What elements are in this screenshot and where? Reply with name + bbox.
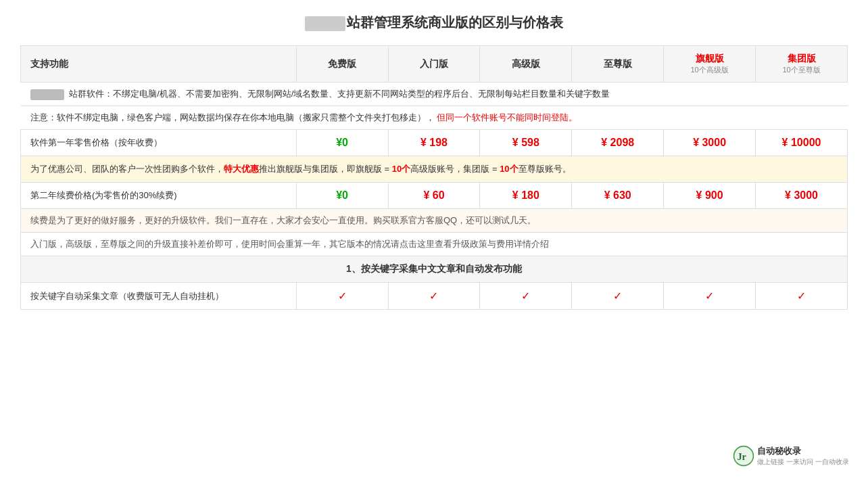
svg-text:Jr: Jr — [738, 451, 747, 462]
price-entry-2: ¥ 60 — [388, 183, 480, 209]
info-text-1: 站群软件：不绑定电脑/机器、不需要加密狗、无限制网站/域名数量、支持更新不同网站… — [21, 83, 848, 106]
notice-text-2: 入门版，高级版，至尊版之间的升级直接补差价即可，使用时间会重算一年，其它版本的情… — [21, 233, 848, 256]
special-offer-end: 至尊版账号。 — [519, 164, 571, 174]
price-ultimate-2: ¥ 630 — [572, 183, 664, 209]
check-entry-1: ✓ — [429, 290, 438, 302]
info-text-1-content: 站群软件：不绑定电脑/机器、不需要加密狗、无限制网站/域名数量、支持更新不同网站… — [69, 89, 610, 99]
flagship-price-1-val: ¥ 3000 — [693, 137, 726, 148]
title-main-text: 站群管理系统商业版的区别与价格表 — [347, 15, 563, 30]
entry-price-1-val: ¥ 198 — [420, 137, 448, 148]
pricing-table: 支持功能 免费版 入门版 高级版 至尊版 旗舰版 10个高级版 集团版 10个至… — [20, 45, 848, 310]
header-advanced: 高级版 — [480, 46, 572, 83]
notice-row-1: 续费是为了更好的做好服务，更好的升级软件。我们一直存在，大家才会安心一直使用。购… — [21, 209, 848, 233]
price-flagship-1: ¥ 3000 — [664, 130, 756, 156]
advanced-price-1-val: ¥ 598 — [512, 137, 539, 148]
free-price-2-val: ¥0 — [336, 189, 348, 201]
special-offer-mid: 推出旗舰版与集团版，即旗舰版 = — [259, 164, 392, 174]
price-enterprise-2: ¥ 3000 — [756, 183, 848, 209]
logo-icon: Jr — [733, 445, 754, 467]
feature-row-1-entry: ✓ — [388, 283, 480, 310]
feature-row-1-advanced: ✓ — [480, 283, 572, 310]
info-row-software: 站群软件：不绑定电脑/机器、不需要加密狗、无限制网站/域名数量、支持更新不同网站… — [21, 83, 848, 106]
info-text-2-prefix: 注意：软件不绑定电脑，绿色客户端，网站数据均保存在你本地电脑（搬家只需整个文件夹… — [30, 112, 435, 122]
feature-row-1-free: ✓ — [296, 283, 388, 310]
enterprise-sub-label: 10个至尊版 — [760, 65, 843, 75]
logo-area: Jr 自动秘收录 做上链接 一来访问 一自动收录 — [727, 442, 854, 469]
entry-price-2-val: ¥ 60 — [423, 189, 444, 201]
flagship-label: 旗舰版 — [696, 53, 724, 64]
check-ultimate-1: ✓ — [613, 290, 622, 302]
enterprise-label: 集团版 — [788, 53, 816, 64]
feature-row-1-flagship: ✓ — [664, 283, 756, 310]
logo-brand-text: 自动秘收录 — [757, 445, 849, 457]
special-offer-row: 为了优惠公司、团队的客户一次性团购多个软件，特大优惠推出旗舰版与集团版，即旗舰版… — [21, 156, 848, 183]
header-enterprise: 集团版 10个至尊版 — [756, 46, 848, 83]
info-row-notice: 注意：软件不绑定电脑，绿色客户端，网站数据均保存在你本地电脑（搬家只需整个文件夹… — [21, 106, 848, 130]
notice-text-1: 续费是为了更好的做好服务，更好的升级软件。我们一直存在，大家才会安心一直使用。购… — [21, 209, 848, 233]
price-advanced-2: ¥ 180 — [480, 183, 572, 209]
advanced-price-2-val: ¥ 180 — [512, 189, 539, 201]
page-title: 站群管理系统商业版的区别与价格表 — [20, 14, 848, 32]
price-row-1: 软件第一年零售价格（按年收费） ¥0 ¥ 198 ¥ 598 ¥ 2098 ¥ … — [21, 130, 848, 156]
blur-box-1 — [30, 89, 64, 100]
header-ultimate: 至尊版 — [572, 46, 664, 83]
special-offer-text: 为了优惠公司、团队的客户一次性团购多个软件，特大优惠推出旗舰版与集团版，即旗舰版… — [21, 156, 848, 183]
price-free-1: ¥0 — [296, 130, 388, 156]
flagship-price-2-val: ¥ 900 — [696, 189, 723, 201]
feature-row-1-label: 按关键字自动采集文章（收费版可无人自动挂机） — [21, 283, 297, 310]
feature-row-1-enterprise: ✓ — [756, 283, 848, 310]
table-header-row: 支持功能 免费版 入门版 高级版 至尊版 旗舰版 10个高级版 集团版 10个至… — [21, 46, 848, 83]
ultimate-price-1-val: ¥ 2098 — [601, 137, 634, 148]
logo-sub-text: 做上链接 一来访问 一自动收录 — [757, 457, 849, 467]
page-container: 站群管理系统商业版的区别与价格表 支持功能 免费版 入门版 高级版 至尊版 旗舰… — [0, 0, 868, 323]
check-enterprise-1: ✓ — [797, 290, 806, 302]
check-advanced-1: ✓ — [521, 290, 530, 302]
price-advanced-1: ¥ 598 — [480, 130, 572, 156]
logo-text: 自动秘收录 做上链接 一来访问 一自动收录 — [757, 445, 849, 467]
price-flagship-2: ¥ 900 — [664, 183, 756, 209]
special-offer-num2: 10个 — [500, 164, 518, 174]
flagship-sub-label: 10个高级版 — [668, 65, 751, 75]
check-free-1: ✓ — [338, 290, 347, 302]
section-1-title: 1、按关键字采集中文文章和自动发布功能 — [21, 256, 848, 283]
header-flagship: 旗舰版 10个高级版 — [664, 46, 756, 83]
price-row-1-label: 软件第一年零售价格（按年收费） — [21, 130, 297, 156]
section-header-1: 1、按关键字采集中文文章和自动发布功能 — [21, 256, 848, 283]
free-price-1-val: ¥0 — [336, 137, 348, 148]
feature-row-1-ultimate: ✓ — [572, 283, 664, 310]
ultimate-price-2-val: ¥ 630 — [604, 189, 631, 201]
info-text-2: 注意：软件不绑定电脑，绿色客户端，网站数据均保存在你本地电脑（搬家只需整个文件夹… — [21, 106, 848, 130]
special-offer-num1: 10个 — [392, 164, 410, 174]
price-entry-1: ¥ 198 — [388, 130, 480, 156]
price-free-2: ¥0 — [296, 183, 388, 209]
notice-row-2: 入门版，高级版，至尊版之间的升级直接补差价即可，使用时间会重算一年，其它版本的情… — [21, 233, 848, 256]
special-offer-bold: 特大优惠 — [224, 164, 259, 174]
header-entry: 入门版 — [388, 46, 480, 83]
price-row-2-label: 第二年续费价格(为零售价的30%续费) — [21, 183, 297, 209]
header-free: 免费版 — [296, 46, 388, 83]
price-enterprise-1: ¥ 10000 — [756, 130, 848, 156]
special-offer-prefix: 为了优惠公司、团队的客户一次性团购多个软件， — [30, 164, 224, 174]
price-row-2: 第二年续费价格(为零售价的30%续费) ¥0 ¥ 60 ¥ 180 ¥ 630 … — [21, 183, 848, 209]
feature-row-1: 按关键字自动采集文章（收费版可无人自动挂机） ✓ ✓ ✓ ✓ ✓ ✓ — [21, 283, 848, 310]
enterprise-price-2-val: ¥ 3000 — [785, 189, 818, 201]
check-flagship-1: ✓ — [705, 290, 714, 302]
enterprise-price-1-val: ¥ 10000 — [782, 137, 821, 148]
info-text-2-red: 但同一个软件账号不能同时间登陆。 — [437, 112, 577, 122]
price-ultimate-1: ¥ 2098 — [572, 130, 664, 156]
header-feature: 支持功能 — [21, 46, 297, 83]
special-offer-mid2: 高级版账号，集团版 = — [410, 164, 500, 174]
title-blur — [305, 16, 345, 31]
